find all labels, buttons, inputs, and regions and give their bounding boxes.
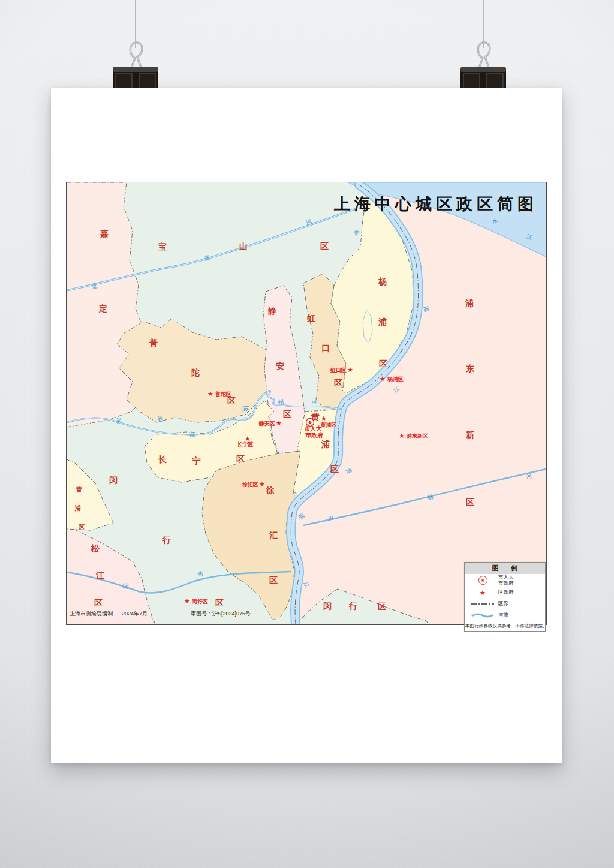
binder-clip-right [459,0,507,96]
district-gov-star-icon: ★ [321,415,327,422]
district-label: 浦 [378,317,387,326]
district-label: 闵 [109,476,118,485]
district-gov-label: 浦东新区 [406,433,428,439]
district-label: 行 [162,536,171,545]
district-gov-star-icon: ★ [380,375,386,382]
district-label: 松 [91,544,100,553]
district-label: 定 [98,304,107,313]
district-gov-label: 静安区 [258,420,275,427]
legend-label: 区界 [498,601,508,607]
district-label: 宁 [192,456,201,465]
district-gov-star-icon: ★ [399,432,405,439]
city-gov-label: 市政府 [305,432,323,438]
district-label: 区 [334,379,342,388]
district-label: 区 [79,524,85,531]
map-credits: 上海市测绘院编制2024年7月审图号：沪S[2024]075号 [70,610,251,618]
boundary-line-icon [471,602,495,606]
credit-approval: 审图号：沪S[2024]075号 [191,611,251,617]
legend-item-river: 河流 [465,610,545,621]
district-gov-label: 闵行区 [192,599,208,605]
district-label: 区 [94,599,103,608]
district-label: 区 [283,410,291,419]
legend-note: 本图行政界线仅供参考，不作法律依据。 [465,621,545,631]
district-label: 区 [227,397,236,406]
river-label: 杨 [426,494,434,501]
map-canvas: 蕰藻浜黄浦江黄浦江吴淞江（苏州河淀浦川杨河长江 嘉定宝山区杨浦区虹口区静安区普陀… [67,182,546,624]
river-label: 淞 [156,416,164,422]
district-label: 山 [239,242,248,251]
district-label: 安 [276,361,284,371]
district-label: 东 [465,364,474,373]
district-label: 虹 [307,314,315,323]
district-gov-star-icon: ★ [347,366,353,373]
river-label: 州 [278,398,284,405]
district-label: 汇 [269,531,278,540]
poster-sheet: 蕰藻浜黄浦江黄浦江吴淞江（苏州河淀浦川杨河长江 嘉定宝山区杨浦区虹口区静安区普陀… [51,88,562,763]
river-label: 川 [327,515,334,522]
district-label: 静 [267,307,276,316]
district-label: 区 [269,576,278,585]
district-gov-star-icon: ★ [276,419,282,427]
district-label: 浦 [465,299,474,308]
legend-label: 市政府 [498,581,514,587]
river-label: 浦 [423,305,430,313]
district-label: 区 [330,465,339,474]
map-title: 上海中心城区政区简图 [334,193,538,215]
city-gov-icon: ★ [478,576,487,585]
river-label: 河 [311,399,317,405]
district-label: 江 [95,571,104,580]
legend-item-district-gov: ★ 区政府 [465,587,545,599]
binder-clip-graphic [112,0,159,96]
district-label: 宝 [158,242,167,251]
legend-label: 区政府 [498,590,514,596]
district-gov-label: 普陀区 [215,391,231,397]
district-label: 区 [378,602,386,611]
shanghai-district-map: 蕰藻浜黄浦江黄浦江吴淞江（苏州河淀浦川杨河长江 嘉定宝山区杨浦区虹口区静安区普陀… [66,182,547,625]
district-gov-label: 徐汇区 [242,482,258,488]
district-label: 口 [321,344,330,353]
poster-mockup-scene: 蕰藻浜黄浦江黄浦江吴淞江（苏州河淀浦川杨河长江 嘉定宝山区杨浦区虹口区静安区普陀… [0,0,614,868]
district-label: 行 [348,602,358,611]
legend-box: 图 例 ★ 市人大 市政府 ★ 区政府 [464,562,546,632]
district-gov-label: 黄浦区 [321,422,337,428]
district-label: 区 [215,599,224,608]
district-gov-label: 长宁区 [237,441,254,447]
district-gov-label: 杨浦区 [387,376,404,382]
district-label: 区 [379,359,387,368]
city-gov-star: ★ [307,419,313,426]
district-gov-star-icon: ★ [207,390,213,397]
district-label: 区 [466,498,474,507]
district-label: 区 [320,242,329,251]
district-label: 闵 [323,602,332,611]
district-label: 青 [76,486,83,493]
legend-item-city-gov: ★ 市人大 市政府 [465,574,545,587]
river-line-icon [471,612,495,618]
district-label: 徐 [266,486,275,495]
district-label: 浦 [321,440,330,449]
district-label: 新 [465,430,474,440]
credit-date: 2024年7月 [122,611,148,617]
river-label: 浦 [196,570,203,577]
district-label: 普 [149,338,158,347]
binder-clip-left [112,0,159,96]
district-label: 杨 [378,277,387,286]
district-gov-star-icon: ★ [480,590,486,596]
legend-title: 图 例 [465,563,545,574]
city-gov-label: 市人大 [304,425,322,432]
river-label: （苏 [238,406,250,412]
district-label: 浦 [74,504,82,512]
district-label: 陀 [191,368,200,377]
district-label: 区 [236,455,245,464]
binder-clip-graphic [459,0,507,96]
district-gov-label: 虹口区 [330,367,347,373]
district-gov-star-icon: ★ [259,480,265,488]
river-label: 淀 [122,582,129,589]
legend-item-boundary: 区界 [465,599,545,610]
river-label: 江 [189,431,195,437]
river-label: 河 [525,473,532,480]
district-label: 长 [158,455,167,464]
district-label: 嘉 [100,229,109,238]
legend-label: 河流 [498,612,508,618]
credit-maker: 上海市测绘院编制 [70,611,113,617]
district-gov-star-icon: ★ [184,597,190,605]
